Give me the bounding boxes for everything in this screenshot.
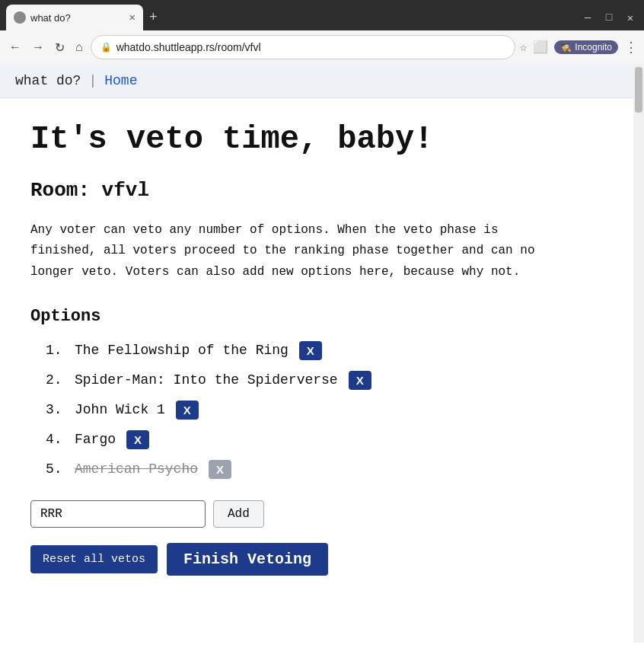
list-item: 3.John Wick 1X xyxy=(46,401,594,420)
item-text: Spider-Man: Into the Spiderverse xyxy=(75,372,338,388)
home-button[interactable]: ⌂ xyxy=(72,39,86,56)
list-item: 1.The Fellowship of the RingX xyxy=(46,341,594,360)
scrollbar[interactable] xyxy=(633,64,644,643)
item-number: 1. xyxy=(46,343,67,358)
url-box[interactable]: 🔒 whatdo.shuttleapp.rs/room/vfvl xyxy=(91,35,515,59)
description: Any voter can veto any number of options… xyxy=(30,220,563,283)
new-tab-button[interactable]: + xyxy=(149,10,158,25)
browser-window: what do? ✕ + — □ ✕ ← → ↻ ⌂ 🔒 whatdo.shut… xyxy=(0,0,644,643)
veto-button[interactable]: X xyxy=(209,460,231,479)
add-option-input[interactable] xyxy=(30,500,206,528)
page-wrapper: what do? | Home It's veto time, baby! Ro… xyxy=(0,64,644,643)
options-list: 1.The Fellowship of the RingX2.Spider-Ma… xyxy=(46,341,594,479)
close-window-button[interactable]: ✕ xyxy=(623,11,638,24)
room-label: Room: vfvl xyxy=(30,179,594,202)
item-number: 2. xyxy=(46,372,67,388)
item-text: The Fellowship of the Ring xyxy=(75,343,289,358)
list-item: 5.American PsychoX xyxy=(46,460,594,479)
add-option-row: Add xyxy=(30,500,594,528)
minimize-button[interactable]: — xyxy=(580,11,595,24)
site-nav: what do? | Home xyxy=(0,64,644,98)
page-title: It's veto time, baby! xyxy=(30,121,594,158)
incognito-label: Incognito xyxy=(575,42,612,53)
tab-title: what do? xyxy=(30,12,125,24)
incognito-icon: 🕵 xyxy=(560,42,572,53)
nav-divider: | xyxy=(88,73,97,88)
page-content: It's veto time, baby! Room: vfvl Any vot… xyxy=(0,98,624,606)
bookmark-icon[interactable]: ☆ xyxy=(520,40,528,55)
finish-vetoing-button[interactable]: Finish Vetoing xyxy=(167,543,328,576)
add-option-button[interactable]: Add xyxy=(213,500,264,528)
veto-button[interactable]: X xyxy=(349,371,371,390)
tab-favicon xyxy=(14,11,26,24)
veto-button[interactable]: X xyxy=(299,341,322,360)
forward-button[interactable]: → xyxy=(29,39,47,56)
back-button[interactable]: ← xyxy=(6,39,24,56)
item-text: Fargo xyxy=(75,432,116,447)
reload-button[interactable]: ↻ xyxy=(52,39,68,56)
item-number: 5. xyxy=(46,461,67,477)
item-number: 4. xyxy=(46,432,67,447)
active-tab[interactable]: what do? ✕ xyxy=(6,5,143,30)
item-number: 3. xyxy=(46,402,67,417)
incognito-indicator: 🕵 Incognito xyxy=(554,40,618,54)
site-title: what do? xyxy=(15,73,81,88)
options-heading: Options xyxy=(30,307,594,326)
window-controls: — □ ✕ xyxy=(580,11,638,24)
item-text: John Wick 1 xyxy=(75,402,165,417)
veto-button[interactable]: X xyxy=(126,430,149,449)
tab-close-button[interactable]: ✕ xyxy=(129,12,135,23)
lock-icon: 🔒 xyxy=(100,42,112,53)
item-text: American Psycho xyxy=(75,461,198,477)
address-bar: ← → ↻ ⌂ 🔒 whatdo.shuttleapp.rs/room/vfvl… xyxy=(0,30,644,64)
browser-menu-button[interactable]: ⋮ xyxy=(624,39,638,56)
reset-vetos-button[interactable]: Reset all vetos xyxy=(30,545,158,573)
action-row: Reset all vetos Finish Vetoing xyxy=(30,543,594,576)
home-link[interactable]: Home xyxy=(104,73,137,88)
list-item: 4.FargoX xyxy=(46,430,594,449)
address-bar-actions: ☆ ⬜ 🕵 Incognito ⋮ xyxy=(520,39,638,56)
scrollbar-thumb[interactable] xyxy=(635,67,642,113)
url-text: whatdo.shuttleapp.rs/room/vfvl xyxy=(116,41,261,53)
list-item: 2.Spider-Man: Into the SpiderverseX xyxy=(46,371,594,390)
tab-bar: what do? ✕ + — □ ✕ xyxy=(0,0,644,30)
maximize-button[interactable]: □ xyxy=(601,11,617,24)
tab-search-icon[interactable]: ⬜ xyxy=(533,40,548,55)
veto-button[interactable]: X xyxy=(176,401,199,420)
